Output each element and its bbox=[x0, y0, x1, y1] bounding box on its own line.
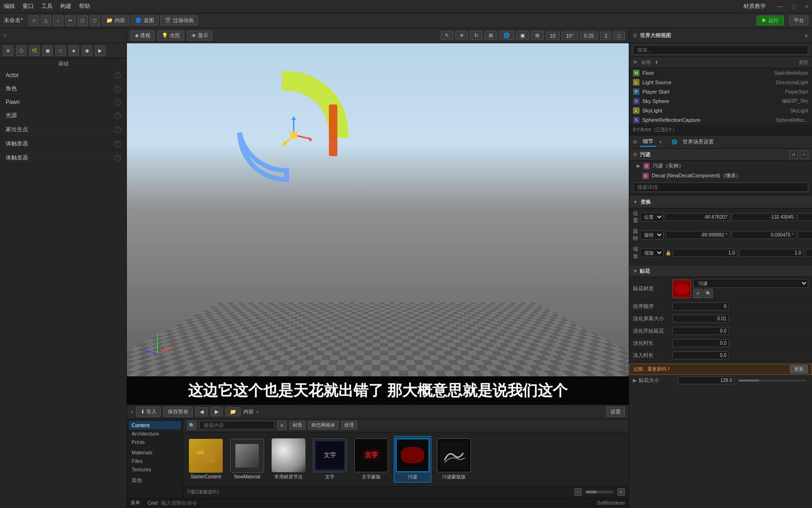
instance-item[interactable]: ▶ D 污迹（实例） bbox=[629, 161, 812, 171]
blueprint-tab[interactable]: 🔵 蓝图 bbox=[131, 16, 158, 25]
fade-start-input[interactable] bbox=[672, 327, 729, 335]
transform-header[interactable]: ▼ 变换 bbox=[629, 196, 812, 208]
sort-order-input[interactable] bbox=[672, 302, 729, 310]
coord-btn[interactable]: 🌐 bbox=[499, 31, 514, 40]
mat-thumbnail[interactable] bbox=[672, 279, 691, 298]
list-item-trigger1[interactable]: 体触发器 ? bbox=[0, 137, 126, 151]
scale-dropdown[interactable]: 缩放 bbox=[640, 248, 664, 257]
list-item-light[interactable]: 光源 ? bbox=[0, 109, 126, 123]
import-btn[interactable]: ⬇ 导入 bbox=[136, 407, 161, 417]
reset-object-btn[interactable]: ↺ bbox=[789, 151, 798, 159]
perspective-btn[interactable]: ◈ 透视 bbox=[131, 31, 155, 40]
content-settings-btn[interactable]: 设置 bbox=[606, 407, 625, 417]
surface-btn[interactable]: ▣ bbox=[516, 31, 529, 40]
scale-z-input[interactable] bbox=[805, 249, 812, 257]
menu-item-tools[interactable]: 工具 bbox=[41, 2, 53, 10]
place-mode-btn[interactable]: ⊕ bbox=[3, 46, 13, 56]
scale-gizmo-btn[interactable]: ⊞ bbox=[484, 31, 497, 40]
sidebar-materials[interactable]: Materials bbox=[129, 448, 181, 457]
list-item-actor[interactable]: Actor ? bbox=[0, 69, 126, 82]
decal-size-expand-icon[interactable]: ▶ bbox=[633, 378, 637, 383]
mat-browse-btn[interactable]: ↺ bbox=[693, 289, 703, 298]
angle-btn[interactable]: 10° bbox=[562, 32, 578, 40]
content-item-starter[interactable]: StarterContent bbox=[187, 437, 225, 481]
search-icon-btn[interactable]: 🔍 bbox=[187, 421, 196, 430]
close-left-tab[interactable]: × bbox=[4, 33, 7, 38]
paint-mode-btn[interactable]: ⬡ bbox=[16, 46, 26, 56]
landscape-btn[interactable]: ▣ bbox=[42, 46, 53, 56]
menu-item-window[interactable]: 窗口 bbox=[23, 2, 34, 10]
window-minimize[interactable]: — bbox=[777, 3, 783, 10]
sidebar-textures[interactable]: Textures bbox=[129, 465, 181, 474]
outline-playerstart[interactable]: P Player Start PlayerStart bbox=[629, 87, 812, 96]
outline-floor[interactable]: M Floor StaticMeshActor bbox=[629, 68, 812, 78]
move-gizmo-btn[interactable]: ✛ bbox=[455, 31, 468, 40]
zoom-out-btn[interactable]: - bbox=[574, 488, 582, 496]
rotate-gizmo-btn[interactable]: ↻ bbox=[470, 31, 483, 40]
content-filter-btn[interactable]: ≡ bbox=[277, 421, 287, 430]
rotation-y-input[interactable] bbox=[732, 231, 796, 239]
filter-textures[interactable]: 纹理 bbox=[341, 421, 357, 429]
select-gizmo-btn[interactable]: ↖ bbox=[441, 31, 453, 40]
content-root-btn[interactable]: 📁 bbox=[226, 407, 241, 416]
position-x-input[interactable] bbox=[665, 213, 730, 221]
fade-screen-input[interactable] bbox=[672, 315, 729, 323]
anim-mode-btn[interactable]: ▶ bbox=[95, 46, 105, 56]
position-dropdown[interactable]: 位置 bbox=[640, 213, 664, 222]
menu-item-help[interactable]: 帮助 bbox=[79, 2, 90, 10]
nav-forward-btn[interactable]: ▶ bbox=[211, 407, 223, 416]
sidebar-other[interactable]: 其他 bbox=[129, 476, 181, 485]
content-search-input[interactable] bbox=[199, 421, 274, 429]
position-y-input[interactable] bbox=[732, 213, 796, 221]
grid-btn[interactable]: ⊞ bbox=[531, 31, 544, 40]
foliage-btn[interactable]: 🌿 bbox=[29, 46, 39, 56]
snap-tool-btn[interactable]: △ bbox=[41, 16, 51, 26]
actor-mode-btn[interactable]: ◈ bbox=[69, 46, 79, 56]
content-item-textmask[interactable]: 文字 文字蒙版 bbox=[352, 437, 390, 482]
tab-details[interactable]: 细节 bbox=[640, 137, 656, 147]
content-tab[interactable]: 📁 内容 bbox=[102, 16, 129, 25]
rotation-dropdown[interactable]: 旋转 bbox=[640, 230, 664, 239]
outline-skylight[interactable]: L SkyLight SkyLight bbox=[629, 106, 812, 115]
sidebar-prints[interactable]: Prints bbox=[129, 438, 181, 446]
paint-tool-btn[interactable]: ✏ bbox=[65, 16, 76, 26]
decal-size-slider[interactable] bbox=[738, 380, 806, 381]
filter-materials[interactable]: 材质 bbox=[289, 421, 305, 429]
eye-toggle-icon[interactable]: 👁 bbox=[633, 60, 638, 65]
grid-size-btn[interactable]: 10 bbox=[546, 32, 560, 40]
content-item-text[interactable]: 文字 文字 bbox=[311, 437, 349, 482]
zoom-slider[interactable] bbox=[586, 491, 614, 493]
show-btn[interactable]: 👁 显示 bbox=[187, 31, 212, 40]
cinematic-tab[interactable]: 🎬 过场动画 bbox=[160, 16, 198, 25]
viewport-3d[interactable]: X Z Y bbox=[127, 43, 629, 376]
content-item-decalmask[interactable]: 污迹蒙版版 bbox=[435, 437, 473, 482]
filter-sort-icon[interactable]: ⬆ bbox=[655, 60, 658, 65]
position-z-input[interactable] bbox=[798, 213, 812, 221]
play-button[interactable]: ▶ 运行 bbox=[757, 16, 784, 25]
console-input[interactable] bbox=[161, 500, 593, 506]
sidebar-architecture[interactable]: Architecture bbox=[129, 429, 181, 438]
scale-btn[interactable]: 0.25 bbox=[580, 32, 598, 40]
list-item-playerstart[interactable]: 家出生点 ? bbox=[0, 123, 126, 137]
close-details-btn[interactable]: × bbox=[659, 139, 662, 145]
content-item-newmat[interactable]: NewMaterial bbox=[228, 437, 266, 481]
nav-back-btn[interactable]: ◀ bbox=[195, 407, 208, 416]
content-item-sphere[interactable]: 常用材质节点 bbox=[270, 437, 307, 482]
select-tool-btn[interactable]: ⊹ bbox=[29, 16, 39, 26]
tab-world-settings[interactable]: 世界场景设置 bbox=[680, 137, 717, 146]
rotation-z-input[interactable] bbox=[798, 231, 812, 239]
decal-header[interactable]: ▼ 贴花 bbox=[629, 266, 812, 277]
close-content-tab[interactable]: × bbox=[131, 409, 133, 414]
outline-skysphere[interactable]: S Sky Sphere 编辑BP_Sky bbox=[629, 96, 812, 106]
outline-sphere-reflect[interactable]: S SphereReflectionCapture SphereReflec..… bbox=[629, 115, 812, 125]
move-tool-btn[interactable]: ↓ bbox=[53, 16, 63, 26]
mat-dropdown[interactable]: 污迹 bbox=[693, 279, 808, 288]
mat-search-btn[interactable]: 🔍 bbox=[703, 289, 713, 298]
outline-lightsource[interactable]: L Light Source DirectionalLight bbox=[629, 78, 812, 87]
outline-search-input[interactable] bbox=[633, 45, 808, 55]
brush-tool-btn[interactable]: ⬡ bbox=[78, 16, 88, 26]
rotation-x-input[interactable] bbox=[665, 231, 730, 239]
fade-in-input[interactable] bbox=[672, 351, 729, 359]
maximize-btn[interactable]: □ bbox=[613, 32, 625, 40]
sidebar-files[interactable]: Files bbox=[129, 457, 181, 465]
